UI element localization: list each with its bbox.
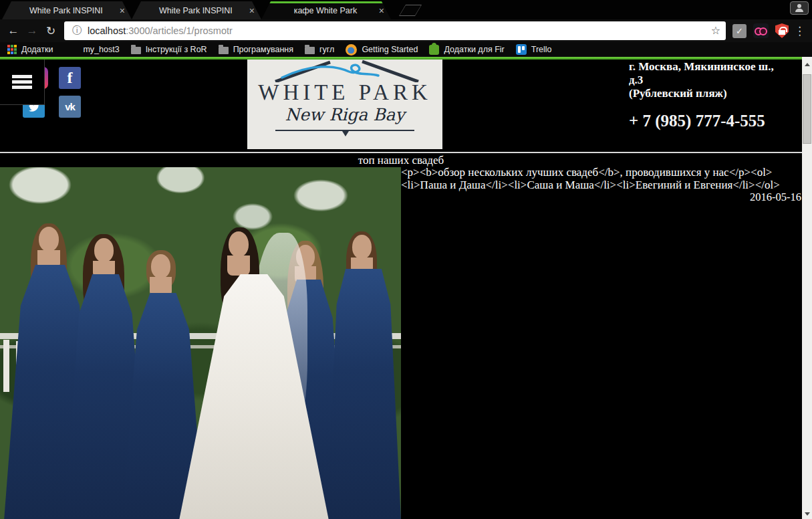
bookmark-getting-started[interactable]: Getting Started xyxy=(346,42,418,57)
wedding-photo xyxy=(0,167,401,519)
bookmark-label: Інструкції з RoR xyxy=(146,45,207,54)
bookmark-trello[interactable]: Trello xyxy=(516,42,552,57)
logo-title: WHITE PARK xyxy=(258,81,432,104)
browser-toolbar: ← → ↻ ⓘ localhost:3000/articles/1/prosmo… xyxy=(0,19,812,42)
phone-number: + 7 (985) 777-4-555 xyxy=(629,112,803,130)
tab-cafe-white-park-active[interactable]: кафе White Park × xyxy=(261,1,391,19)
apps-grid-icon xyxy=(7,45,17,54)
address-line-3: (Рублевский пляж) xyxy=(629,87,803,100)
url-text[interactable]: localhost:3000/articles/1/prosmotr xyxy=(88,25,233,36)
scrollbar-down-arrow[interactable] xyxy=(802,510,812,519)
bookmark-folder-ror[interactable]: Інструкції з RoR xyxy=(131,42,207,57)
tab-close-icon[interactable]: × xyxy=(379,6,384,15)
reload-button[interactable]: ↻ xyxy=(41,24,60,38)
bookmark-label: Додатки для Fir xyxy=(444,45,504,54)
tab-white-park-1[interactable]: White Park INSPINI × xyxy=(2,1,132,19)
folder-icon xyxy=(219,47,229,54)
tab-strip: White Park INSPINI × White Park INSPINI … xyxy=(0,0,812,19)
folder-icon xyxy=(131,47,141,54)
bookmark-label: Додатки xyxy=(21,45,53,54)
article: топ наших свадеб <p><b>обзор нескольких … xyxy=(0,153,802,203)
bookmarks-bar: Додатки my_host3 Інструкції з RoR Програ… xyxy=(0,42,812,57)
person-icon xyxy=(795,4,804,12)
page-viewport: f vk WHITE PARK New Riga Bay xyxy=(0,60,812,519)
bookmark-folder-programming[interactable]: Програмування xyxy=(219,42,293,57)
bookmark-label: Trello xyxy=(531,45,552,54)
tab-title: White Park INSPINI xyxy=(146,6,245,15)
logo-subtitle: New Riga Bay xyxy=(285,105,404,125)
address-line-2: д.3 xyxy=(629,74,803,87)
scrollbar-up-arrow[interactable] xyxy=(802,60,812,69)
scrollbar-thumb[interactable] xyxy=(803,74,811,144)
bookmark-label: гугл xyxy=(319,45,334,54)
extension-vader-icon[interactable] xyxy=(753,23,769,38)
bookmark-label: Програмування xyxy=(233,45,293,54)
logo-roof-wave-icon xyxy=(265,60,425,82)
tab-close-icon[interactable]: × xyxy=(249,6,255,15)
logo-rule xyxy=(275,130,414,131)
tab-white-park-2[interactable]: White Park INSPINI × xyxy=(132,1,261,19)
page-scrollbar[interactable] xyxy=(802,60,812,519)
profile-button[interactable] xyxy=(790,1,809,15)
site-logo: WHITE PARK New Riga Bay xyxy=(247,60,442,149)
folder-icon xyxy=(305,47,315,54)
site-header: f vk WHITE PARK New Riga Bay xyxy=(0,60,802,153)
extensions-area: ✓ xyxy=(732,23,789,38)
bridesmaid-figure xyxy=(326,231,401,519)
new-tab-button[interactable] xyxy=(399,5,422,16)
firefox-icon xyxy=(346,44,357,56)
new-tab-button-face xyxy=(400,5,421,15)
bookmark-label: Getting Started xyxy=(362,45,418,54)
browser-menu-icon[interactable]: ⋮ xyxy=(794,24,805,38)
bookmark-my-host3[interactable]: my_host3 xyxy=(83,42,119,57)
hamburger-menu-button[interactable] xyxy=(0,60,45,105)
url-host: localhost xyxy=(88,25,126,36)
facebook-icon[interactable]: f xyxy=(59,67,81,89)
tab-title: кафе White Park xyxy=(276,6,375,15)
bride-figure xyxy=(179,227,329,519)
bookmark-apps[interactable]: Додатки xyxy=(7,42,53,57)
bookmark-firefox-addons[interactable]: Додатки для Fir xyxy=(429,42,504,57)
url-path: :3000/articles/1/prosmotr xyxy=(126,25,233,36)
extension-shield-lock-icon[interactable] xyxy=(775,23,789,38)
forward-button[interactable]: → xyxy=(23,24,41,37)
bookmark-label: my_host3 xyxy=(83,45,119,54)
page-content: f vk WHITE PARK New Riga Bay xyxy=(0,60,802,519)
extension-check-icon[interactable]: ✓ xyxy=(732,24,747,38)
bookmark-star-icon[interactable]: ☆ xyxy=(711,24,720,37)
trello-icon xyxy=(516,44,527,55)
page-info-icon[interactable]: ⓘ xyxy=(72,25,82,37)
browser-window: White Park INSPINI × White Park INSPINI … xyxy=(0,0,812,519)
bookmark-folder-google[interactable]: гугл xyxy=(305,42,334,57)
contact-block: г. Москва, Мякининское ш., д.3 (Рублевск… xyxy=(629,60,803,130)
address-bar[interactable]: ⓘ localhost:3000/articles/1/prosmotr ☆ xyxy=(64,21,726,40)
back-button[interactable]: ← xyxy=(4,24,23,37)
address-line-1: г. Москва, Мякининское ш., xyxy=(629,60,803,74)
vk-icon[interactable]: vk xyxy=(59,96,81,118)
tab-close-icon[interactable]: × xyxy=(120,6,125,15)
tab-title: White Park INSPINI xyxy=(17,6,116,15)
article-title: топ наших свадеб xyxy=(0,154,802,167)
puzzle-icon xyxy=(429,45,439,55)
